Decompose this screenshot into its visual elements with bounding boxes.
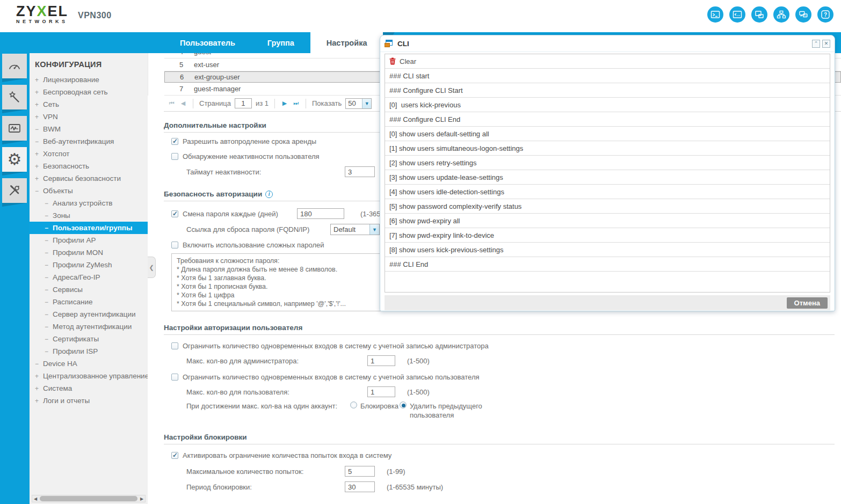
scrollbar-thumb[interactable] [40, 496, 137, 501]
sidebar-item-3[interactable]: +VPN [30, 111, 148, 123]
limit-admin-checkbox[interactable] [171, 342, 178, 349]
lockout-enable-checkbox[interactable] [171, 452, 178, 459]
sidebar-item-15[interactable]: −Профили ZyMesh [30, 259, 148, 271]
sidebar-item-19[interactable]: −Сервер аутентификации [30, 308, 148, 320]
max-user-input[interactable] [367, 386, 395, 397]
cli-row[interactable]: [0] show users default-setting all [385, 127, 830, 141]
expand-icon: + [35, 175, 43, 182]
sidebar-item-21[interactable]: −Сертификаты [30, 333, 148, 345]
expand-icon: − [45, 274, 53, 281]
cli-row[interactable]: [5] show password complexity-verify stat… [385, 199, 830, 214]
sidebar-item-17[interactable]: −Сервисы [30, 283, 148, 296]
tab-settings[interactable]: Настройка [310, 32, 383, 53]
pwd-change-checkbox[interactable] [171, 210, 178, 217]
limit-user-checkbox[interactable] [171, 374, 178, 381]
sidebar-item-18[interactable]: −Расписание [30, 296, 148, 308]
scroll-left-icon[interactable]: ◀ [32, 496, 39, 501]
sidebar-item-6[interactable]: +Хотспот [30, 148, 148, 160]
cli-row[interactable]: [7] show pwd-expiry link-to-device [385, 228, 830, 243]
cli-row[interactable]: [4] show users idle-detection-settings [385, 185, 830, 199]
lockout-period-input[interactable] [345, 481, 375, 492]
prev-page-icon[interactable]: ◀ [179, 100, 187, 107]
sidebar-item-10[interactable]: −Анализ устройств [30, 197, 148, 209]
sidebar-item-9[interactable]: −Объекты [30, 185, 148, 197]
info-icon[interactable]: i [265, 191, 273, 198]
forum-icon[interactable] [795, 6, 811, 23]
limit-admin-row: Ограничить количество одновременных вход… [171, 342, 841, 350]
page-size-select[interactable]: 50 ▼ [345, 98, 372, 109]
sidebar-item-7[interactable]: +Безопасность [30, 160, 148, 172]
sidebar-item-24[interactable]: +Централизованное управление [30, 370, 148, 382]
last-page-icon[interactable]: ⏭ [292, 100, 300, 107]
sidebar-item-11[interactable]: −Зоны [30, 209, 148, 222]
cli-row[interactable]: [6] show pwd-expiry all [385, 214, 830, 228]
close-icon[interactable]: ✕ [822, 40, 830, 48]
sidebar-item-2[interactable]: +Сеть [30, 98, 148, 111]
sidebar-item-label: Беспроводная сеть [43, 88, 108, 96]
sidebar-item-13[interactable]: −Профили AP [30, 234, 148, 246]
max-admin-range: (1-500) [407, 357, 430, 365]
idle-timeout-input[interactable] [345, 166, 375, 177]
max-attempts-input[interactable] [345, 466, 375, 477]
cli-row[interactable]: ### Configure CLI Start [385, 83, 830, 98]
cli-row[interactable]: [1] show users simultaneous-logon-settin… [385, 141, 830, 156]
sidebar-item-26[interactable]: +Логи и отчеты [30, 395, 148, 407]
collapse-icon[interactable]: ⌃ [812, 40, 820, 48]
cli-row[interactable]: [2] show users retry-settings [385, 156, 830, 170]
tab-group[interactable]: Группа [251, 32, 310, 53]
sidebar-item-12[interactable]: −Пользователи/группы [30, 222, 148, 234]
sidebar-item-23[interactable]: −Device HA [30, 357, 148, 370]
tab-user[interactable]: Пользователь [164, 32, 251, 53]
sidebar-item-5[interactable]: −Веб-аутентификация [30, 135, 148, 148]
expand-icon: − [45, 286, 53, 294]
cli-clear-button[interactable]: Clear [385, 54, 830, 69]
sidebar-item-label: Сервисы [53, 286, 83, 294]
sidebar-item-16[interactable]: −Адреса/Гео-IP [30, 271, 148, 283]
monitor-icon[interactable] [2, 116, 27, 141]
sidebar-item-label: Сервер аутентификации [53, 310, 136, 318]
sidebar-item-1[interactable]: +Беспроводная сеть [30, 86, 148, 98]
first-page-icon[interactable]: ⏮ [168, 100, 176, 107]
auto-renew-checkbox[interactable] [171, 138, 178, 145]
cli-row[interactable]: [8] show users kick-previous-settings [385, 243, 830, 257]
kick-mode-row: При достижении макс. кол-ва на один акка… [186, 401, 841, 420]
complex-pwd-checkbox[interactable] [171, 242, 178, 249]
sitemap-icon[interactable] [773, 6, 789, 23]
pwd-change-input[interactable] [297, 208, 344, 219]
sidebar-item-label: Веб-аутентификация [43, 137, 114, 145]
help-icon[interactable]: ? [817, 6, 833, 23]
idle-detect-checkbox[interactable] [171, 153, 178, 160]
sidebar-item-8[interactable]: +Сервисы безопасности [30, 172, 148, 185]
cli-title-bar[interactable]: CLI ⌃ ✕ [380, 35, 835, 52]
cli-row[interactable]: ### CLI End [385, 257, 830, 272]
wizard-icon[interactable] [2, 85, 27, 109]
cancel-button[interactable]: Отмена [787, 297, 828, 309]
block-radio[interactable] [350, 401, 357, 408]
sidebar-collapse-handle[interactable]: ❮ [148, 257, 156, 278]
sidebar-item-14[interactable]: −Профили MON [30, 246, 148, 259]
cli-row[interactable]: ### CLI start [385, 69, 830, 83]
cli-row[interactable]: ### Configure CLI End [385, 112, 830, 127]
configuration-icon[interactable]: ⚙ [2, 147, 27, 172]
reset-link-select[interactable]: Default ▼ [330, 224, 380, 235]
console-icon[interactable] [707, 6, 723, 23]
cli-row[interactable]: [0] users kick-previous [385, 98, 830, 112]
sidebar-item-4[interactable]: −BWM [30, 123, 148, 135]
sidebar-item-25[interactable]: +Система [30, 382, 148, 395]
sidebar-item-22[interactable]: −Профили ISP [30, 345, 148, 357]
windows-icon[interactable] [751, 6, 767, 23]
maintenance-icon[interactable] [2, 178, 27, 203]
sidebar-item-20[interactable]: −Метод аутентификации [30, 320, 148, 333]
scroll-right-icon[interactable]: ▶ [139, 496, 145, 501]
expand-icon: + [35, 76, 43, 84]
lockout-enable-row: Активировать ограничение количества попы… [171, 451, 841, 459]
kick-previous-radio[interactable] [400, 401, 407, 408]
sidebar-item-0[interactable]: +Лицензирование [30, 74, 148, 86]
cli-row[interactable]: [3] show users update-lease-settings [385, 170, 830, 185]
dashboard-icon[interactable] [2, 54, 27, 78]
next-page-icon[interactable]: ▶ [281, 100, 288, 107]
max-admin-input[interactable] [367, 355, 395, 366]
web-cli-icon[interactable] [729, 6, 745, 23]
sidebar-scrollbar[interactable]: ◀ ▶ [32, 495, 146, 502]
page-input[interactable] [235, 98, 252, 108]
